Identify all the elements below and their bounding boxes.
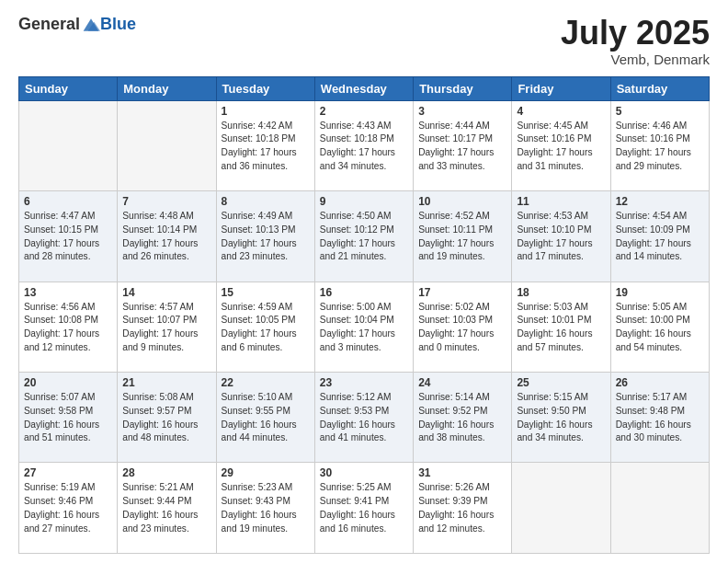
- day-info: Sunrise: 5:03 AMSunset: 10:01 PMDaylight…: [517, 301, 605, 355]
- daylight-text: Daylight: 17 hours and 12 minutes.: [24, 328, 99, 352]
- daylight-text: Daylight: 16 hours and 27 minutes.: [24, 510, 99, 534]
- sunset-text: Sunset: 10:13 PM: [222, 224, 296, 235]
- day-number: 13: [24, 286, 112, 299]
- table-cell: 2Sunrise: 4:43 AMSunset: 10:18 PMDayligh…: [314, 100, 413, 190]
- sunset-text: Sunset: 10:00 PM: [616, 315, 690, 325]
- sunset-text: Sunset: 10:18 PM: [320, 133, 394, 144]
- calendar-table: Sunday Monday Tuesday Wednesday Thursday…: [18, 76, 710, 554]
- calendar-week-row: 27Sunrise: 5:19 AMSunset: 9:46 PMDayligh…: [19, 463, 710, 554]
- month-title: July 2025: [561, 15, 710, 52]
- sunset-text: Sunset: 10:07 PM: [122, 315, 197, 325]
- table-cell: 24Sunrise: 5:14 AMSunset: 9:52 PMDayligh…: [414, 373, 512, 463]
- sunrise-text: Sunrise: 4:43 AM: [320, 121, 392, 131]
- table-cell: 19Sunrise: 5:05 AMSunset: 10:00 PMDaylig…: [610, 282, 709, 372]
- daylight-text: Daylight: 16 hours and 51 minutes.: [24, 419, 99, 443]
- day-number: 9: [320, 195, 408, 208]
- sunrise-text: Sunrise: 5:02 AM: [418, 302, 490, 312]
- day-number: 8: [222, 195, 310, 208]
- col-sunday: Sunday: [19, 76, 118, 100]
- sunset-text: Sunset: 9:43 PM: [222, 496, 290, 506]
- sunrise-text: Sunrise: 5:15 AM: [517, 392, 588, 402]
- sunset-text: Sunset: 10:16 PM: [616, 133, 690, 144]
- col-friday: Friday: [512, 76, 610, 100]
- daylight-text: Daylight: 16 hours and 57 minutes.: [517, 328, 592, 352]
- daylight-text: Daylight: 17 hours and 31 minutes.: [517, 147, 592, 171]
- table-cell: 18Sunrise: 5:03 AMSunset: 10:01 PMDaylig…: [512, 282, 610, 372]
- location: Vemb, Denmark: [561, 52, 710, 67]
- sunrise-text: Sunrise: 4:56 AM: [24, 302, 96, 312]
- sunrise-text: Sunrise: 5:14 AM: [418, 392, 490, 402]
- table-cell: 30Sunrise: 5:25 AMSunset: 9:41 PMDayligh…: [314, 463, 413, 554]
- sunrise-text: Sunrise: 4:42 AM: [222, 121, 293, 131]
- sunset-text: Sunset: 10:09 PM: [616, 224, 690, 235]
- sunrise-text: Sunrise: 5:07 AM: [24, 392, 96, 402]
- daylight-text: Daylight: 16 hours and 34 minutes.: [517, 419, 592, 443]
- sunrise-text: Sunrise: 5:08 AM: [122, 392, 194, 402]
- sunset-text: Sunset: 9:57 PM: [122, 406, 191, 416]
- sunset-text: Sunset: 9:55 PM: [222, 406, 290, 416]
- day-info: Sunrise: 5:05 AMSunset: 10:00 PMDaylight…: [616, 301, 704, 355]
- table-cell: 31Sunrise: 5:26 AMSunset: 9:39 PMDayligh…: [414, 463, 512, 554]
- daylight-text: Daylight: 17 hours and 36 minutes.: [222, 147, 297, 171]
- table-cell: 14Sunrise: 4:57 AMSunset: 10:07 PMDaylig…: [118, 282, 216, 372]
- day-number: 4: [517, 105, 605, 118]
- day-number: 20: [24, 376, 112, 389]
- sunrise-text: Sunrise: 4:50 AM: [320, 211, 392, 221]
- day-number: 6: [24, 195, 112, 208]
- sunrise-text: Sunrise: 4:48 AM: [122, 211, 194, 221]
- day-info: Sunrise: 4:44 AMSunset: 10:17 PMDaylight…: [418, 120, 506, 174]
- logo-icon: [82, 16, 100, 34]
- day-number: 30: [320, 466, 408, 479]
- sunrise-text: Sunrise: 5:26 AM: [418, 482, 490, 492]
- table-cell: 22Sunrise: 5:10 AMSunset: 9:55 PMDayligh…: [216, 373, 314, 463]
- sunset-text: Sunset: 9:41 PM: [320, 496, 389, 506]
- table-cell: 4Sunrise: 4:45 AMSunset: 10:16 PMDayligh…: [512, 100, 610, 190]
- table-cell: [610, 463, 709, 554]
- sunset-text: Sunset: 10:12 PM: [320, 224, 394, 235]
- calendar-week-row: 1Sunrise: 4:42 AMSunset: 10:18 PMDayligh…: [19, 100, 710, 190]
- day-info: Sunrise: 4:57 AMSunset: 10:07 PMDaylight…: [122, 301, 210, 355]
- day-info: Sunrise: 5:15 AMSunset: 9:50 PMDaylight:…: [517, 391, 605, 445]
- sunrise-text: Sunrise: 5:25 AM: [320, 482, 392, 492]
- day-info: Sunrise: 5:08 AMSunset: 9:57 PMDaylight:…: [122, 391, 210, 445]
- daylight-text: Daylight: 17 hours and 19 minutes.: [418, 238, 494, 262]
- daylight-text: Daylight: 17 hours and 0 minutes.: [418, 328, 494, 352]
- sunset-text: Sunset: 9:44 PM: [122, 496, 191, 506]
- day-number: 3: [418, 105, 506, 118]
- col-saturday: Saturday: [610, 76, 709, 100]
- day-number: 27: [24, 466, 112, 479]
- day-info: Sunrise: 5:21 AMSunset: 9:44 PMDaylight:…: [122, 481, 210, 535]
- daylight-text: Daylight: 17 hours and 9 minutes.: [122, 328, 198, 352]
- daylight-text: Daylight: 16 hours and 54 minutes.: [616, 328, 691, 352]
- day-info: Sunrise: 5:00 AMSunset: 10:04 PMDaylight…: [320, 301, 408, 355]
- day-info: Sunrise: 4:43 AMSunset: 10:18 PMDaylight…: [320, 120, 408, 174]
- daylight-text: Daylight: 17 hours and 29 minutes.: [616, 147, 691, 171]
- day-number: 21: [122, 376, 210, 389]
- day-number: 24: [418, 376, 506, 389]
- day-number: 12: [616, 195, 704, 208]
- day-number: 16: [320, 286, 408, 299]
- daylight-text: Daylight: 17 hours and 21 minutes.: [320, 238, 395, 262]
- sunrise-text: Sunrise: 5:03 AM: [517, 302, 588, 312]
- sunset-text: Sunset: 10:05 PM: [222, 315, 296, 325]
- sunset-text: Sunset: 10:01 PM: [517, 315, 591, 325]
- sunset-text: Sunset: 10:04 PM: [320, 315, 394, 325]
- calendar-week-row: 13Sunrise: 4:56 AMSunset: 10:08 PMDaylig…: [19, 282, 710, 372]
- table-cell: 29Sunrise: 5:23 AMSunset: 9:43 PMDayligh…: [216, 463, 314, 554]
- daylight-text: Daylight: 16 hours and 41 minutes.: [320, 419, 395, 443]
- day-info: Sunrise: 5:17 AMSunset: 9:48 PMDaylight:…: [616, 391, 704, 445]
- sunset-text: Sunset: 9:50 PM: [517, 406, 586, 416]
- daylight-text: Daylight: 16 hours and 23 minutes.: [122, 510, 198, 534]
- day-number: 28: [122, 466, 210, 479]
- sunrise-text: Sunrise: 5:23 AM: [222, 482, 293, 492]
- day-info: Sunrise: 5:19 AMSunset: 9:46 PMDaylight:…: [24, 481, 112, 535]
- table-cell: 6Sunrise: 4:47 AMSunset: 10:15 PMDayligh…: [19, 191, 118, 282]
- sunrise-text: Sunrise: 4:52 AM: [418, 211, 490, 221]
- day-info: Sunrise: 4:54 AMSunset: 10:09 PMDaylight…: [616, 210, 704, 264]
- table-cell: 26Sunrise: 5:17 AMSunset: 9:48 PMDayligh…: [610, 373, 709, 463]
- table-cell: 23Sunrise: 5:12 AMSunset: 9:53 PMDayligh…: [314, 373, 413, 463]
- table-cell: 25Sunrise: 5:15 AMSunset: 9:50 PMDayligh…: [512, 373, 610, 463]
- table-cell: 12Sunrise: 4:54 AMSunset: 10:09 PMDaylig…: [610, 191, 709, 282]
- sunrise-text: Sunrise: 5:12 AM: [320, 392, 392, 402]
- logo-general-text: General: [18, 15, 80, 34]
